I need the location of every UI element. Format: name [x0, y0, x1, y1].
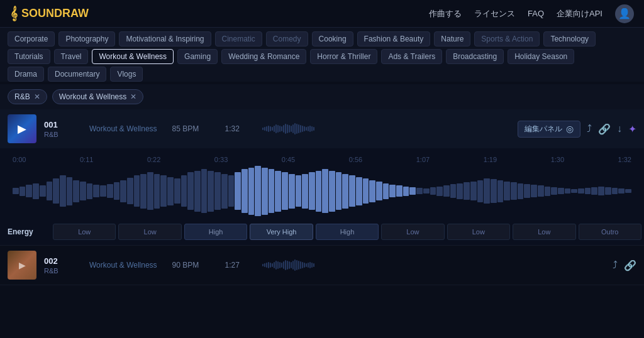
- genre-area: Corporate Photography Motivational & Ins…: [0, 28, 644, 82]
- nav-compose[interactable]: 作曲する: [429, 8, 462, 19]
- track-1-time-ruler: 0:00 0:11 0:22 0:33 0:45 0:56 1:07 1:19 …: [10, 156, 634, 163]
- track-2-genre: R&B: [44, 267, 82, 275]
- track-1-thumbnail[interactable]: ▶: [8, 114, 36, 143]
- logo-icon: 𝄞: [10, 6, 18, 21]
- energy-label: Energy: [3, 227, 53, 236]
- track-2-header: ▶ 002 R&B Workout & Wellness 90 BPM 1:27…: [0, 246, 644, 285]
- genre-ads[interactable]: Ads & Trailers: [381, 49, 442, 64]
- track-2-waveform-mini: [262, 258, 605, 273]
- track-1-genre: R&B: [44, 131, 82, 138]
- genre-travel[interactable]: Travel: [54, 49, 89, 64]
- track-2-info: 002 R&B: [44, 256, 82, 275]
- time-3: 0:33: [214, 156, 228, 163]
- filter-chip-workout-remove[interactable]: ✕: [130, 92, 136, 101]
- energy-cell-6[interactable]: Low: [447, 224, 510, 240]
- track-2-category: Workout & Wellness: [89, 261, 157, 270]
- genre-cooking[interactable]: Cooking: [312, 31, 353, 46]
- genre-holiday[interactable]: Holiday Season: [508, 49, 574, 64]
- energy-cell-2[interactable]: High: [184, 224, 247, 240]
- genre-drama[interactable]: Drama: [8, 67, 44, 82]
- time-1: 0:11: [80, 156, 93, 163]
- track-1-add-icon[interactable]: ✦: [628, 123, 636, 135]
- edit-panel-label: 編集パネル: [525, 124, 562, 134]
- time-7: 1:19: [484, 156, 497, 163]
- track-2-actions: ⤴ 🔗: [613, 259, 636, 271]
- genre-technology[interactable]: Technology: [543, 31, 596, 46]
- track-1-energy-row: Energy Low Low High Very High High Low L…: [0, 224, 644, 245]
- time-4: 0:45: [282, 156, 295, 163]
- track-1-edit-panel-button[interactable]: 編集パネル ◎: [518, 121, 580, 138]
- track-1-duration: 1:32: [225, 124, 247, 133]
- genre-documentary[interactable]: Documentary: [48, 67, 106, 82]
- avatar-icon: 👤: [618, 8, 631, 19]
- genre-photography[interactable]: Photography: [58, 31, 115, 46]
- track-1-category: Workout & Wellness: [89, 124, 157, 133]
- track-1-info: 001 R&B: [44, 120, 82, 138]
- filter-chip-rnb-label: R&B: [14, 92, 30, 101]
- track-1-share-icon[interactable]: ⤴: [587, 123, 592, 134]
- track-2-play-button[interactable]: ▶: [19, 260, 26, 270]
- nav-faq[interactable]: FAQ: [528, 9, 544, 18]
- genre-row-2: Tutorials Travel Workout & Wellness Gami…: [8, 49, 636, 64]
- track-1-waveform-mini: [262, 121, 510, 136]
- genre-gaming[interactable]: Gaming: [177, 49, 218, 64]
- genre-workout[interactable]: Workout & Wellness: [92, 49, 174, 64]
- track-1-number: 001: [44, 120, 82, 129]
- edit-panel-icon: ◎: [566, 124, 574, 134]
- genre-tutorials[interactable]: Tutorials: [8, 49, 50, 64]
- time-6: 1:07: [416, 156, 430, 163]
- energy-cell-8[interactable]: Outro: [579, 224, 641, 240]
- track-2-thumbnail[interactable]: ▶: [8, 251, 36, 280]
- time-9: 1:32: [618, 156, 631, 163]
- time-2: 0:22: [147, 156, 160, 163]
- energy-cell-0[interactable]: Low: [53, 224, 116, 240]
- track-2-share-icon[interactable]: ⤴: [613, 259, 618, 271]
- genre-comedy[interactable]: Comedy: [266, 31, 308, 46]
- track-2-link-icon[interactable]: 🔗: [624, 259, 636, 271]
- time-8: 1:30: [551, 156, 564, 163]
- track-2-number: 002: [44, 256, 82, 266]
- genre-corporate[interactable]: Corporate: [8, 31, 55, 46]
- filter-row: R&B ✕ Workout & Wellness ✕: [0, 84, 644, 109]
- time-5: 0:56: [349, 156, 362, 163]
- track-1-meta: Workout & Wellness 85 BPM 1:32: [89, 121, 510, 136]
- energy-cell-7[interactable]: Low: [513, 224, 575, 240]
- logo-text: SOUNDRAW: [21, 7, 89, 20]
- track-2-bpm: 90 BPM: [172, 261, 210, 270]
- genre-nature[interactable]: Nature: [434, 31, 470, 46]
- filter-chip-workout[interactable]: Workout & Wellness ✕: [52, 89, 144, 104]
- genre-motivational[interactable]: Motivational & Inspiring: [119, 31, 211, 46]
- avatar[interactable]: 👤: [615, 4, 634, 23]
- track-1-waveform-expanded: 0:00 0:11 0:22 0:33 0:45 0:56 1:07 1:19 …: [0, 148, 644, 224]
- track-item-1: ▶ 001 R&B Workout & Wellness 85 BPM 1:32…: [0, 109, 644, 246]
- genre-row-3: Drama Documentary Vlogs: [8, 67, 636, 82]
- track-1-download-icon[interactable]: ↓: [617, 123, 622, 134]
- energy-cell-4[interactable]: High: [316, 224, 379, 240]
- nav-license[interactable]: ライセンス: [474, 8, 515, 19]
- genre-fashion[interactable]: Fashion & Beauty: [357, 31, 431, 46]
- track-1-actions: 編集パネル ◎ ⤴ 🔗 ↓ ✦: [518, 121, 636, 138]
- energy-cell-1[interactable]: Low: [118, 224, 181, 240]
- track-1-link-icon[interactable]: 🔗: [598, 123, 611, 135]
- genre-wedding[interactable]: Wedding & Romance: [221, 49, 306, 64]
- track-list: ▶ 001 R&B Workout & Wellness 85 BPM 1:32…: [0, 109, 644, 285]
- time-0: 0:00: [13, 156, 26, 163]
- track-1-bpm: 85 BPM: [172, 124, 210, 133]
- track-1-waveform-canvas[interactable]: [10, 166, 634, 216]
- filter-chip-workout-label: Workout & Wellness: [59, 92, 127, 101]
- genre-broadcasting[interactable]: Broadcasting: [446, 49, 504, 64]
- track-1-play-button[interactable]: ▶: [18, 122, 26, 136]
- track-2-meta: Workout & Wellness 90 BPM 1:27: [89, 258, 605, 273]
- energy-cell-3[interactable]: Very High: [250, 224, 313, 240]
- genre-cinematic[interactable]: Cinematic: [215, 31, 262, 46]
- nav-api[interactable]: 企業向けAPI: [557, 8, 602, 19]
- filter-chip-rnb-remove[interactable]: ✕: [34, 92, 40, 101]
- filter-chip-rnb[interactable]: R&B ✕: [8, 89, 47, 104]
- energy-cells: Low Low High Very High High Low Low Low …: [53, 224, 641, 240]
- genre-row-1: Corporate Photography Motivational & Ins…: [8, 31, 636, 46]
- header: 𝄞 SOUNDRAW 作曲する ライセンス FAQ 企業向けAPI 👤: [0, 0, 644, 28]
- genre-horror[interactable]: Horror & Thriller: [310, 49, 377, 64]
- energy-cell-5[interactable]: Low: [381, 224, 444, 240]
- genre-vlogs[interactable]: Vlogs: [110, 67, 143, 82]
- genre-sports[interactable]: Sports & Action: [474, 31, 540, 46]
